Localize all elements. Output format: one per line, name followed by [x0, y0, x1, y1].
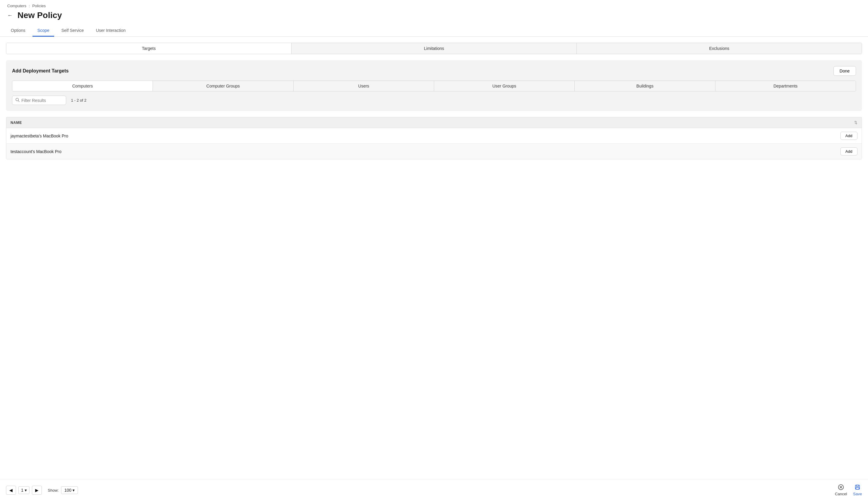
- sub-tab-limitations[interactable]: Limitations: [292, 43, 577, 54]
- table-row: jaymactestbeta's MacBook Pro Add: [6, 128, 862, 144]
- breadcrumb-parent[interactable]: Computers: [7, 3, 27, 8]
- done-button[interactable]: Done: [833, 66, 856, 76]
- add-button-2[interactable]: Add: [840, 147, 857, 156]
- tab-scope[interactable]: Scope: [32, 25, 54, 37]
- table-body: jaymactestbeta's MacBook Pro Add testacc…: [6, 128, 862, 159]
- main-tabs: Options Scope Self Service User Interact…: [0, 25, 868, 37]
- cat-tab-departments[interactable]: Departments: [716, 81, 856, 91]
- breadcrumb-separator: :: [29, 3, 30, 8]
- add-button-1[interactable]: Add: [840, 132, 857, 140]
- sort-icon[interactable]: ⇅: [854, 120, 857, 125]
- cat-tab-computer-groups[interactable]: Computer Groups: [153, 81, 293, 91]
- results-count: 1 - 2 of 2: [71, 98, 86, 103]
- column-name-header: NAME: [11, 120, 852, 125]
- cat-tab-user-groups[interactable]: User Groups: [434, 81, 575, 91]
- computer-name-1: jaymactestbeta's MacBook Pro: [11, 134, 840, 138]
- filter-row: 1 - 2 of 2: [12, 96, 856, 105]
- cat-tab-computers[interactable]: Computers: [12, 81, 153, 91]
- table-header-row: NAME ⇅: [6, 117, 862, 128]
- tab-self-service[interactable]: Self Service: [56, 25, 89, 37]
- cat-tab-users[interactable]: Users: [294, 81, 434, 91]
- tab-options[interactable]: Options: [6, 25, 30, 37]
- sub-tab-targets[interactable]: Targets: [6, 43, 292, 54]
- page-header: ← New Policy: [0, 9, 868, 25]
- breadcrumb: Computers : Policies: [0, 0, 868, 9]
- deployment-title: Add Deployment Targets: [12, 68, 68, 74]
- breadcrumb-current: Policies: [32, 3, 46, 8]
- sub-tabs: Targets Limitations Exclusions: [6, 43, 862, 54]
- tab-user-interaction[interactable]: User Interaction: [91, 25, 130, 37]
- deployment-targets-container: Add Deployment Targets Done Computers Co…: [6, 60, 862, 111]
- filter-input-wrap[interactable]: [12, 96, 66, 105]
- category-tabs: Computers Computer Groups Users User Gro…: [12, 81, 856, 92]
- cat-tab-buildings[interactable]: Buildings: [575, 81, 715, 91]
- back-button[interactable]: ←: [6, 11, 14, 20]
- search-icon: [15, 98, 20, 103]
- table-section: NAME ⇅ jaymactestbeta's MacBook Pro Add …: [6, 117, 862, 159]
- computer-name-2: testaccount's MacBook Pro: [11, 149, 840, 154]
- filter-input[interactable]: [21, 98, 61, 103]
- svg-line-1: [18, 101, 20, 102]
- sub-tab-exclusions[interactable]: Exclusions: [577, 43, 862, 54]
- page-title: New Policy: [18, 11, 62, 20]
- deployment-header: Add Deployment Targets Done: [12, 66, 856, 76]
- table-row: testaccount's MacBook Pro Add: [6, 144, 862, 159]
